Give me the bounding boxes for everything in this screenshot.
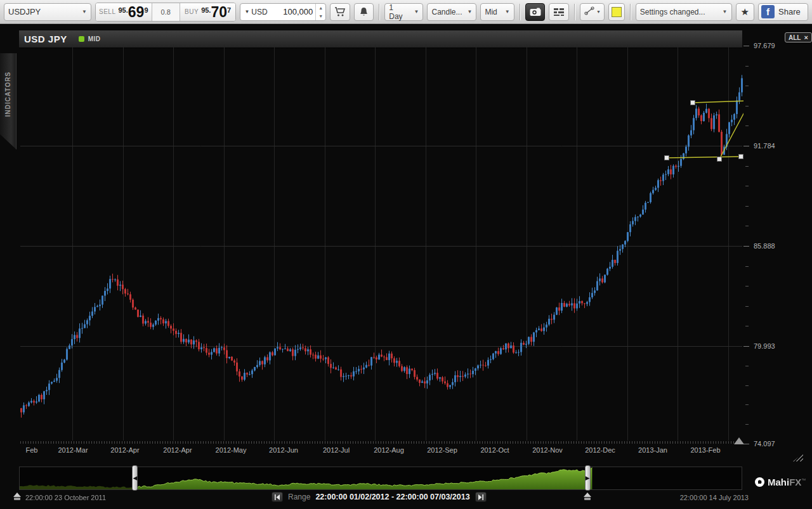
time-axis-label: 2013-Feb (690, 446, 720, 454)
price-axis-minor-tick (745, 86, 749, 86)
handle-left-arrow-icon: ◀ (133, 475, 137, 481)
skip-end-icon (478, 494, 484, 500)
sell-price-prefix: 95. (118, 6, 128, 14)
price-axis-tick (743, 46, 749, 46)
eject-end-marker[interactable] (583, 493, 592, 501)
skip-to-end-button[interactable] (475, 492, 487, 502)
time-axis-label: 2012-Aug (374, 446, 404, 454)
currency-pair-dropdown[interactable]: USDJPY ▼ (4, 3, 91, 21)
all-label: ALL (789, 34, 801, 41)
resize-grip-icon[interactable] (793, 453, 803, 461)
eject-start-marker[interactable] (13, 493, 22, 501)
time-axis-label: 2012-Dec (585, 446, 615, 454)
price-axis-label: 74.097 (754, 440, 775, 448)
mid-series-color-dot (79, 36, 84, 42)
time-axis-label: 2013-Jan (638, 446, 667, 454)
snapshot-camera-button[interactable] (525, 3, 546, 21)
sell-label: SELL (99, 8, 115, 15)
time-axis-label: 2012-Apr (110, 446, 139, 454)
price-mode-dropdown[interactable]: Mid ▼ (480, 3, 514, 21)
trendline-tool-button[interactable]: ▼ (580, 3, 605, 21)
share-label: Share (778, 7, 801, 16)
price-axis-tick (743, 246, 749, 247)
time-axis-label: 2012-Apr (163, 446, 192, 454)
drawing-color-button[interactable] (608, 3, 625, 21)
amount-value: 100,000 (268, 7, 316, 16)
price-axis-tick (743, 444, 749, 444)
top-toolbar: USDJPY ▼ SELL 95.699 0.8 BUY 95.707 ▼ US… (0, 0, 812, 24)
time-axis-label: 2012-May (216, 446, 247, 454)
range-label: Range (288, 493, 310, 501)
scroll-to-latest-marker[interactable] (734, 437, 744, 444)
chevron-down-icon[interactable]: ▼ (244, 9, 249, 15)
layout-button[interactable] (549, 3, 569, 21)
buy-label: BUY (185, 8, 199, 15)
price-chart-canvas[interactable] (19, 44, 743, 441)
mahifx-logo: Mahi FX ™ (755, 477, 806, 487)
price-axis-minor-tick (745, 306, 749, 307)
period-dropdown[interactable]: 1 Day ▼ (384, 3, 423, 21)
camera-icon (530, 8, 541, 16)
alerts-bell-button[interactable] (354, 3, 374, 21)
navigator-left-handle[interactable]: ◀ (132, 465, 138, 491)
amount-currency: USD (251, 8, 267, 16)
time-axis-label: Feb (26, 446, 38, 454)
price-axis-minor-tick (745, 206, 749, 207)
favorite-star-button[interactable]: ★ (736, 3, 755, 21)
sell-price-big: 69 (128, 3, 145, 21)
price-axis-label: 91.784 (754, 142, 775, 150)
eject-icon (13, 493, 21, 497)
price-axis-minor-tick (745, 106, 749, 106)
price-axis-minor-tick (745, 424, 749, 425)
chart-type-dropdown[interactable]: Candle... ▼ (427, 3, 476, 21)
toolbar-separator (574, 4, 575, 20)
handle-right-arrow-icon: ▶ (586, 475, 590, 481)
logo-trademark: ™ (801, 478, 806, 482)
navigator-chart[interactable] (20, 467, 742, 489)
facebook-icon: f (761, 5, 775, 18)
facebook-share-button[interactable]: f Share (758, 3, 808, 21)
cart-icon (334, 7, 346, 17)
price-axis-minor-tick (745, 126, 749, 126)
chevron-down-icon: ▼ (723, 9, 728, 15)
range-end-timestamp: 22:00:00 14 July 2013 (647, 494, 749, 501)
chart-pair-title: USD JPY (24, 34, 67, 44)
price-axis-minor-tick (745, 286, 749, 287)
time-axis-label: 2012-Mar (58, 446, 88, 454)
price-axis-minor-tick (745, 226, 749, 226)
time-axis-label: 2012-Jun (269, 446, 298, 454)
chevron-down-icon: ▼ (414, 9, 419, 15)
skip-to-start-button[interactable] (272, 492, 283, 502)
star-icon: ★ (741, 6, 749, 18)
time-axis-label: 2012-Oct (480, 446, 509, 454)
range-value: 22:00:00 01/02/2012 - 22:00:00 07/03/201… (315, 493, 469, 501)
buy-button[interactable]: BUY 95.707 (180, 3, 236, 21)
chart-type-value: Candle... (431, 8, 462, 16)
stepper-up-icon[interactable]: ▲ (316, 4, 325, 12)
price-axis-minor-tick (745, 166, 749, 167)
stepper-down-icon[interactable]: ▼ (316, 12, 325, 20)
layout-tiles-icon (553, 8, 565, 16)
toolbar-separator (379, 4, 379, 20)
indicators-tab[interactable]: INDICATORS (0, 53, 16, 150)
amount-stepper[interactable]: ▲ ▼ (315, 4, 325, 20)
color-swatch (612, 7, 622, 17)
settings-value: Settings changed... (640, 8, 705, 16)
trade-amount-field[interactable]: ▼ USD 100,000 ▲ ▼ (240, 3, 326, 21)
chart-window: INDICATORS USD JPY MID ALL × 97.67991.78… (0, 25, 812, 509)
time-axis-label: 2012-Jul (323, 446, 350, 454)
price-axis-minor-tick (745, 326, 749, 326)
sell-button[interactable]: SELL 95.699 (96, 3, 152, 21)
navigator-right-handle[interactable]: ▶ (585, 465, 591, 491)
orders-cart-button[interactable] (330, 3, 350, 21)
currency-pair-value: USDJPY (8, 7, 41, 16)
settings-dropdown[interactable]: Settings changed... ▼ (636, 3, 732, 21)
price-axis-label: 79.993 (754, 342, 775, 350)
chevron-down-icon[interactable]: ▼ (596, 10, 601, 14)
close-all-button[interactable]: ALL × (785, 32, 812, 42)
price-axis-minor-tick (745, 186, 749, 186)
close-icon: × (804, 34, 808, 41)
mahifx-logo-icon (755, 477, 764, 487)
chevron-down-icon: ▼ (82, 9, 87, 15)
eject-icon (584, 493, 591, 497)
